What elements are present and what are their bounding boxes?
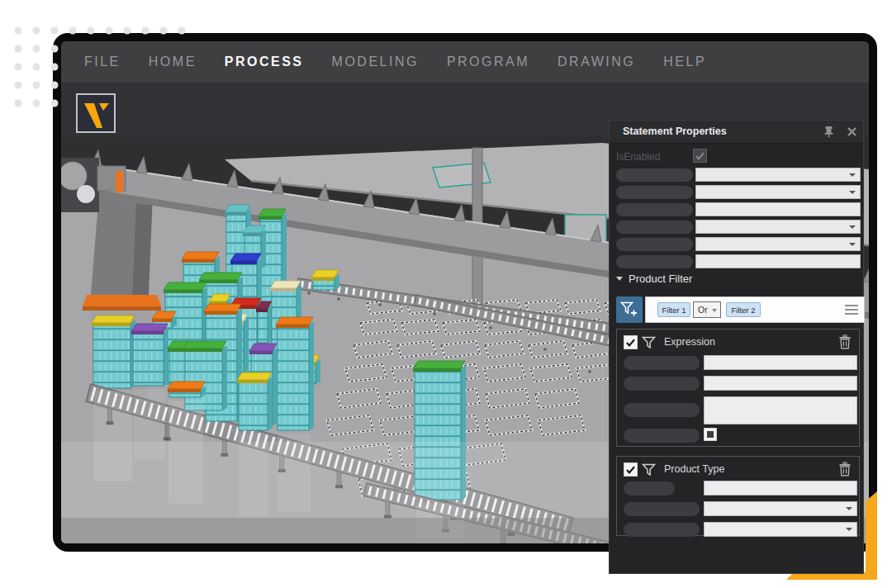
card-label-pill <box>624 502 700 516</box>
menu-bar: FILEHOMEPROCESSMODELINGPROGRAMDRAWINGHEL… <box>61 41 869 83</box>
property-input[interactable] <box>695 202 861 216</box>
chevron-down-icon <box>849 173 856 177</box>
pin-icon[interactable] <box>823 126 835 138</box>
property-label-pill <box>616 255 693 268</box>
property-input[interactable] <box>695 254 861 268</box>
chevron-down-icon <box>849 225 856 229</box>
crate-stack <box>168 382 206 397</box>
property-label-pill <box>616 220 693 234</box>
check-icon <box>624 336 637 349</box>
crate-stack <box>131 324 168 386</box>
crate-stack <box>92 315 135 388</box>
panel-title: Statement Properties <box>623 126 727 137</box>
card-input[interactable] <box>704 481 857 496</box>
property-dropdown[interactable] <box>695 185 861 199</box>
card-label-pill <box>624 356 700 370</box>
page: FILEHOMEPROCESSMODELINGPROGRAMDRAWINGHEL… <box>0 0 892 588</box>
expression-mini-checkbox[interactable] <box>704 428 717 441</box>
product-filter-heading[interactable]: Product Filter <box>616 273 692 285</box>
is-enabled-checkbox[interactable] <box>693 149 707 163</box>
statement-properties-panel: Statement Properties IsEnabledProduct Fi… <box>609 120 864 574</box>
filter-card-expression: Expression <box>616 329 860 447</box>
menu-item-help[interactable]: HELP <box>663 55 706 69</box>
card-textarea[interactable] <box>704 396 857 424</box>
filter-menu-button[interactable] <box>845 305 858 315</box>
product-filter-label: Product Filter <box>629 273 692 285</box>
card-input[interactable] <box>704 355 857 370</box>
is-enabled-label: IsEnabled <box>616 151 660 163</box>
add-filter-button[interactable] <box>616 296 643 323</box>
card-checkbox[interactable] <box>624 335 638 349</box>
property-dropdown[interactable] <box>695 168 861 182</box>
menu-item-process[interactable]: PROCESS <box>225 55 304 69</box>
filter-card-product-type: Product Type <box>616 456 860 536</box>
property-label-pill <box>616 186 693 199</box>
property-label-pill <box>616 238 693 251</box>
delete-icon[interactable] <box>838 462 852 477</box>
menu-item-modeling[interactable]: MODELING <box>332 55 419 69</box>
operator-dropdown[interactable]: Or <box>693 301 721 318</box>
app-logo[interactable] <box>76 93 116 133</box>
card-title: Product Type <box>664 463 724 475</box>
check-icon <box>624 463 637 476</box>
crate-stack <box>183 341 227 410</box>
crate-stack <box>276 317 314 430</box>
operator-value: Or <box>698 305 708 315</box>
card-label-pill <box>624 481 675 496</box>
crate-stack <box>237 372 273 430</box>
chevron-down-icon <box>712 309 717 312</box>
property-dropdown[interactable] <box>695 237 861 251</box>
check-icon <box>694 149 706 162</box>
crate-stack <box>256 301 273 343</box>
card-dropdown[interactable] <box>704 501 857 516</box>
panel-header: Statement Properties <box>610 121 863 144</box>
card-label-pill <box>624 523 700 537</box>
filter-icon <box>642 463 656 477</box>
card-input[interactable] <box>704 376 857 391</box>
filter-icon <box>642 336 656 349</box>
chevron-down-icon <box>849 191 856 194</box>
delete-icon[interactable] <box>838 334 852 349</box>
close-icon[interactable] <box>846 126 858 138</box>
card-label-pill <box>624 429 700 443</box>
crate-stack <box>311 270 339 290</box>
filter1-chip[interactable]: Filter 1 <box>657 302 690 317</box>
chevron-down-icon <box>846 528 852 531</box>
card-title: Expression <box>664 336 715 348</box>
card-checkbox[interactable] <box>624 462 638 477</box>
property-label-pill <box>616 168 693 182</box>
chevron-down-icon <box>849 243 856 246</box>
brand-v-icon <box>78 95 114 131</box>
menu-item-file[interactable]: FILE <box>84 55 121 69</box>
menu-item-program[interactable]: PROGRAM <box>447 55 529 69</box>
filter-expression-bar: Filter 1OrFilter 2 <box>645 296 865 323</box>
card-dropdown[interactable] <box>704 522 857 537</box>
card-label-pill <box>624 403 700 417</box>
menu-item-drawing[interactable]: DRAWING <box>558 55 635 69</box>
collapse-triangle-icon <box>616 277 623 281</box>
filter2-chip[interactable]: Filter 2 <box>726 302 761 317</box>
card-label-pill <box>624 377 700 391</box>
filter-plus-icon <box>620 301 638 318</box>
property-label-pill <box>616 203 693 216</box>
property-dropdown[interactable] <box>695 220 861 234</box>
menu-item-home[interactable]: HOME <box>149 55 197 69</box>
chevron-down-icon <box>846 507 852 510</box>
